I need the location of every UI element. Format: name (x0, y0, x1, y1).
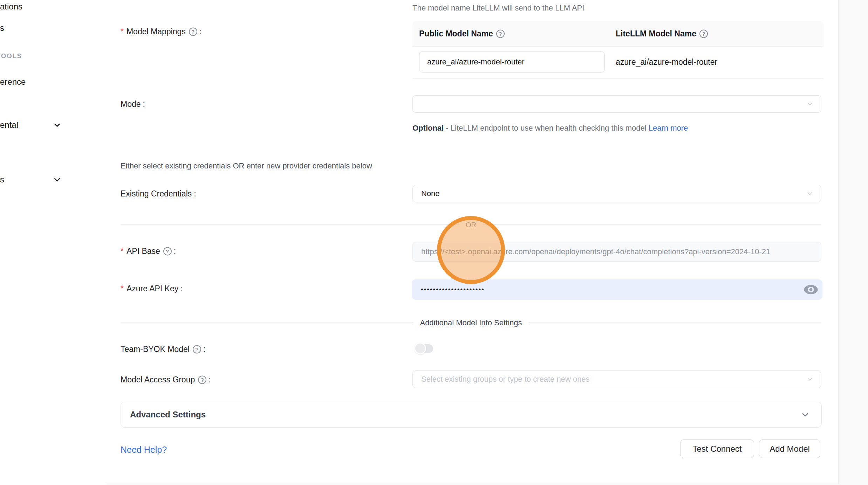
sidebar-item-cropped-2[interactable]: s (0, 23, 4, 33)
column-header-litellm-model-name: LiteLLM Model Name ? (616, 29, 708, 39)
table-header-row: Public Model Name ? LiteLLM Model Name ? (412, 21, 823, 47)
mode-select[interactable] (412, 95, 821, 113)
chevron-down-icon (806, 100, 814, 108)
add-model-form: The model name LiteLLM will send to the … (105, 0, 839, 484)
additional-info-divider-text: Additional Model Info Settings (414, 318, 528, 327)
sidebar-item-cropped-1[interactable]: ations (0, 2, 22, 12)
advanced-settings-title: Advanced Settings (130, 410, 206, 420)
toggle-knob (414, 342, 426, 354)
required-mark: * (121, 27, 124, 36)
existing-credentials-label: Existing Credentials : (121, 189, 196, 199)
chevron-down-icon (53, 120, 62, 130)
chevron-down-icon (806, 189, 814, 198)
mode-help-text: Optional - LiteLLM endpoint to use when … (412, 121, 693, 135)
azure-api-key-label: * Azure API Key : (121, 284, 183, 293)
question-circle-icon[interactable]: ? (198, 375, 206, 384)
public-model-name-input[interactable] (419, 51, 605, 72)
chevron-down-icon (53, 175, 62, 184)
question-circle-icon[interactable]: ? (496, 29, 505, 38)
litellm-model-name-value: azure_ai/azure-model-router (616, 57, 717, 67)
model-name-hint: The model name LiteLLM will send to the … (412, 4, 584, 13)
question-circle-icon[interactable]: ? (163, 247, 172, 255)
sidebar-item-cropped-5[interactable]: s (0, 175, 4, 185)
existing-credentials-select[interactable]: None (412, 185, 821, 202)
additional-info-divider: Additional Model Info Settings (121, 323, 821, 323)
learn-more-link[interactable]: Learn more (649, 124, 688, 132)
sidebar: ations s TOOLS erence ental s (0, 0, 105, 485)
or-divider: OR (121, 224, 821, 225)
test-connect-button[interactable]: Test Connect (680, 439, 754, 458)
sidebar-item-cropped-4[interactable]: ental (0, 120, 18, 130)
question-circle-icon[interactable]: ? (189, 27, 197, 36)
mode-label: Mode : (121, 99, 145, 109)
team-byok-label: Team-BYOK Model ? : (121, 345, 205, 354)
required-mark: * (121, 284, 124, 293)
team-byok-toggle[interactable] (416, 344, 433, 353)
api-base-label: * API Base ? : (121, 247, 176, 256)
eye-icon (803, 291, 819, 296)
api-base-input[interactable] (412, 242, 821, 262)
question-circle-icon[interactable]: ? (699, 29, 708, 38)
chevron-down-icon (800, 410, 810, 420)
azure-api-key-input[interactable] (412, 279, 822, 300)
chevron-down-icon (806, 375, 814, 383)
or-divider-text: OR (459, 221, 483, 229)
toggle-password-visibility-button[interactable] (803, 284, 819, 295)
sidebar-item-cropped-3[interactable]: erence (0, 77, 26, 87)
add-model-button[interactable]: Add Model (759, 439, 820, 458)
model-mappings-table: Public Model Name ? LiteLLM Model Name ?… (412, 21, 823, 79)
credentials-note: Either select existing credentials OR en… (121, 161, 372, 171)
required-mark: * (121, 247, 124, 256)
model-access-group-label: Model Access Group ? : (121, 375, 211, 384)
need-help-link[interactable]: Need Help? (121, 445, 167, 455)
column-header-public-model-name: Public Model Name ? (419, 29, 505, 39)
model-access-group-select[interactable]: Select existing groups or type to create… (412, 370, 821, 388)
model-mappings-label: * Model Mappings ? : (121, 27, 201, 36)
advanced-settings-panel[interactable]: Advanced Settings (121, 402, 822, 428)
sidebar-section-tools: TOOLS (0, 52, 22, 60)
question-circle-icon[interactable]: ? (193, 345, 201, 353)
